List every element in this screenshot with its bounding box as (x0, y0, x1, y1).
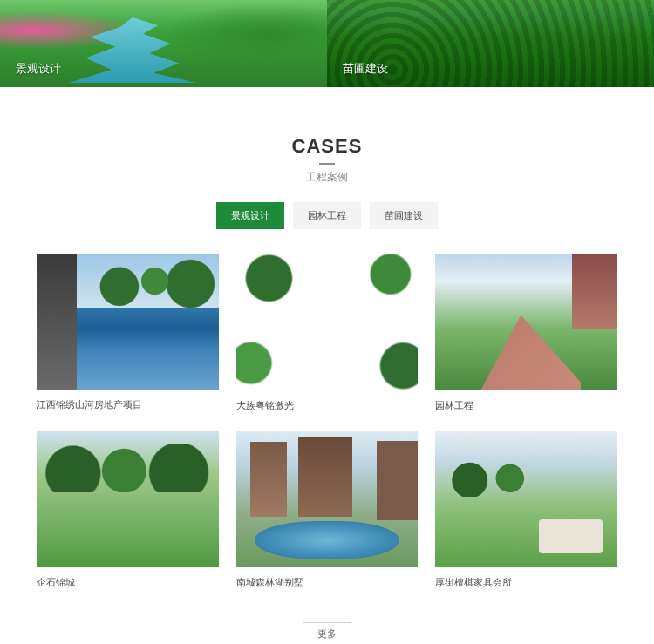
case-caption: 企石锦城 (37, 576, 219, 589)
section-title-cn: 工程案例 (0, 170, 654, 185)
case-grid: 江西锦绣山河房地产项目 大族粤铭激光 园林工程 企石锦城 南城森林湖别墅 厚街檀… (0, 254, 654, 589)
hero-tile-landscape-design[interactable]: 景观设计 (0, 0, 327, 87)
case-card[interactable]: 园林工程 (435, 254, 617, 412)
case-caption: 厚街檀棋家具会所 (435, 576, 617, 589)
case-card[interactable]: 南城森林湖别墅 (236, 431, 419, 590)
hero-tile-nursery[interactable]: 苗圃建设 (327, 0, 654, 87)
section-heading: CASES 工程案例 (0, 135, 654, 185)
case-thumb (236, 254, 419, 390)
tab-nursery-construction[interactable]: 苗圃建设 (370, 202, 438, 229)
case-card[interactable]: 厚街檀棋家具会所 (435, 431, 617, 590)
more-button[interactable]: 更多 (303, 622, 351, 644)
case-caption: 江西锦绣山河房地产项目 (37, 398, 219, 411)
case-card[interactable]: 企石锦城 (37, 431, 219, 590)
tab-garden-engineering[interactable]: 园林工程 (293, 202, 361, 229)
tab-landscape-design[interactable]: 景观设计 (216, 202, 284, 229)
more-button-wrap: 更多 (0, 622, 654, 644)
case-thumb (37, 254, 219, 390)
case-thumb (236, 431, 419, 568)
case-caption: 大族粤铭激光 (236, 399, 419, 412)
hero-label-right: 苗圃建设 (343, 61, 388, 77)
case-card[interactable]: 大族粤铭激光 (236, 254, 419, 412)
case-tabs: 景观设计 园林工程 苗圃建设 (0, 202, 654, 229)
section-title-divider (319, 163, 335, 165)
hero-banner: 景观设计 苗圃建设 (0, 0, 654, 87)
case-caption: 园林工程 (435, 399, 617, 412)
case-thumb (435, 254, 617, 390)
case-thumb (37, 431, 219, 567)
case-thumb (435, 431, 617, 568)
hero-label-left: 景观设计 (16, 61, 61, 77)
case-caption: 南城森林湖别墅 (236, 576, 419, 589)
case-card[interactable]: 江西锦绣山河房地产项目 (37, 254, 219, 412)
section-title-en: CASES (0, 135, 654, 158)
